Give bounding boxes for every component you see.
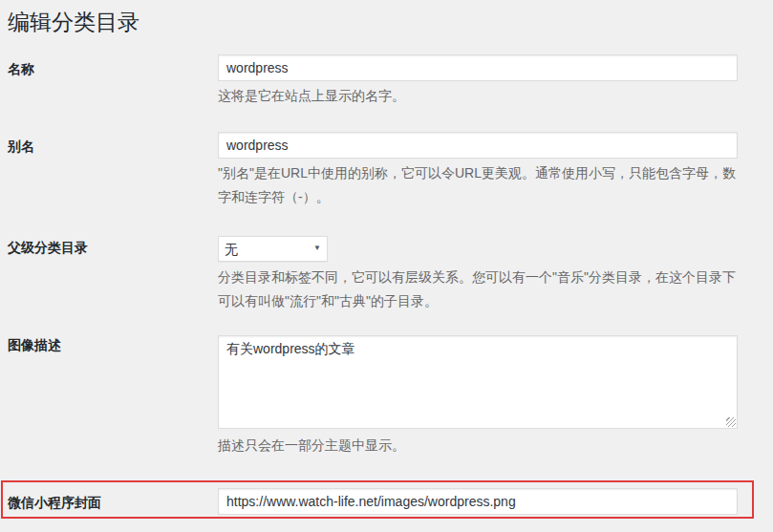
parent-category-select[interactable]: 无: [218, 236, 328, 262]
parent-category-select-wrap: 无 ▼: [218, 236, 328, 262]
description-textarea[interactable]: 有关wordpress的文章: [218, 335, 738, 429]
slug-label: 别名: [8, 138, 34, 155]
name-help-text: 这将是它在站点上显示的名字。: [218, 84, 745, 108]
name-label: 名称: [8, 60, 34, 77]
name-input[interactable]: [218, 54, 738, 81]
slug-input[interactable]: [218, 132, 738, 159]
wechat-cover-label: 微信小程序封面: [8, 494, 101, 511]
description-help-text: 描述只会在一部分主题中显示。: [218, 434, 745, 458]
slug-help-text: "别名"是在URL中使用的别称，它可以令URL更美观。通常使用小写，只能包含字母…: [218, 161, 745, 209]
resize-handle-icon[interactable]: [726, 417, 736, 427]
edit-category-page: 编辑分类目录 名称 这将是它在站点上显示的名字。 别名 "别名"是在URL中使用…: [0, 0, 773, 532]
description-label: 图像描述: [8, 336, 61, 353]
page-title: 编辑分类目录: [8, 9, 140, 36]
parent-category-help-text: 分类目录和标签不同，它可以有层级关系。您可以有一个"音乐"分类目录，在这个目录下…: [218, 266, 745, 313]
wechat-cover-input[interactable]: [218, 488, 738, 515]
parent-category-label: 父级分类目录: [8, 239, 88, 256]
